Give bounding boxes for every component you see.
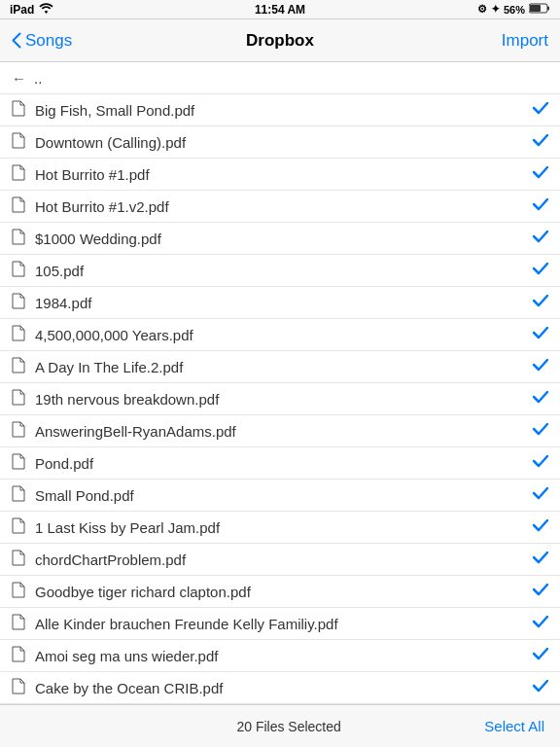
list-item[interactable]: 1 Last Kiss by Pearl Jam.pdf — [0, 512, 560, 544]
list-item[interactable]: Goodbye tiger richard clapton.pdf — [0, 576, 560, 608]
checkmark-icon — [533, 583, 548, 600]
file-items-container: Big Fish, Small Pond.pdfDowntown (Callin… — [0, 94, 560, 704]
checkmark-icon — [533, 551, 548, 568]
file-icon — [12, 421, 27, 441]
checkmark-icon — [533, 518, 548, 536]
checkmark-icon — [533, 679, 548, 696]
file-name: Downtown (Calling).pdf — [35, 134, 533, 151]
file-icon — [12, 229, 27, 248]
list-item[interactable]: 105.pdf — [0, 255, 560, 287]
list-item[interactable]: A Day In The Life.2.pdf — [0, 351, 560, 383]
list-item[interactable]: chordChartProblem.pdf — [0, 544, 560, 576]
back-button[interactable]: Songs — [12, 31, 72, 51]
file-icon — [12, 646, 27, 665]
checkmark-icon — [533, 262, 548, 279]
settings-icon: ⚙ — [477, 3, 487, 16]
checkmark-icon — [533, 390, 548, 408]
file-icon — [12, 132, 27, 152]
bottom-toolbar: 20 Files Selected Select All — [0, 704, 560, 747]
nav-bar: Songs Dropbox Import — [0, 19, 560, 62]
list-item[interactable]: Cake by the Ocean CRIB.pdf — [0, 672, 560, 704]
list-item[interactable]: AnsweringBell-RyanAdams.pdf — [0, 415, 560, 447]
file-icon — [12, 485, 27, 505]
list-item[interactable]: Hot Burrito #1.pdf — [0, 159, 560, 191]
file-icon — [12, 550, 27, 569]
svg-rect-2 — [530, 5, 541, 12]
parent-directory-item[interactable]: ← .. — [0, 62, 560, 94]
file-icon — [12, 164, 27, 184]
battery-icon — [529, 3, 550, 16]
file-name: Hot Burrito #1.v2.pdf — [35, 198, 533, 215]
checkmark-icon — [533, 454, 548, 472]
file-name: Goodbye tiger richard clapton.pdf — [35, 584, 533, 600]
checkmark-icon — [533, 486, 548, 504]
file-name: AnsweringBell-RyanAdams.pdf — [35, 423, 533, 440]
file-name: 19th nervous breakdown.pdf — [35, 391, 533, 408]
bluetooth-icon: ✦ — [491, 3, 500, 16]
file-icon — [12, 678, 27, 697]
checkmark-icon — [533, 647, 548, 664]
list-item[interactable]: 1984.pdf — [0, 287, 560, 319]
battery-percent: 56% — [504, 4, 525, 16]
file-name: Cake by the Ocean CRIB.pdf — [35, 680, 533, 696]
file-name: Hot Burrito #1.pdf — [35, 166, 533, 183]
list-item[interactable]: Alle Kinder brauchen Freunde Kelly Famil… — [0, 608, 560, 640]
list-item[interactable]: Small Pond.pdf — [0, 480, 560, 512]
file-name: Pond.pdf — [35, 455, 533, 472]
checkmark-icon — [533, 197, 548, 215]
checkmark-icon — [533, 133, 548, 151]
file-icon — [12, 389, 27, 409]
file-name: 105.pdf — [35, 263, 533, 279]
file-icon — [12, 196, 27, 216]
file-name: A Day In The Life.2.pdf — [35, 359, 533, 375]
file-name: chordChartProblem.pdf — [35, 551, 533, 568]
status-bar-time: 11:54 AM — [255, 3, 305, 17]
file-icon — [12, 582, 27, 601]
list-item[interactable]: Hot Burrito #1.v2.pdf — [0, 191, 560, 223]
file-name: 1 Last Kiss by Pearl Jam.pdf — [35, 519, 533, 536]
back-arrow-icon: ← — [12, 70, 26, 87]
status-bar-right: ⚙ ✦ 56% — [477, 3, 550, 16]
wifi-icon — [39, 2, 53, 17]
status-bar-left: iPad — [10, 2, 53, 17]
file-icon — [12, 100, 27, 120]
file-name: Amoi seg ma uns wieder.pdf — [35, 648, 533, 664]
file-icon — [12, 453, 27, 473]
checkmark-icon — [533, 422, 548, 440]
checkmark-icon — [533, 165, 548, 183]
checkmark-icon — [533, 101, 548, 119]
file-icon — [12, 357, 27, 376]
checkmark-icon — [533, 615, 548, 632]
file-icon — [12, 517, 27, 537]
file-name: 1984.pdf — [35, 295, 533, 311]
file-name: 4,500,000,000 Years.pdf — [35, 327, 533, 343]
list-item[interactable]: Downtown (Calling).pdf — [0, 126, 560, 159]
file-icon — [12, 261, 27, 280]
file-name: $1000 Wedding.pdf — [35, 231, 533, 247]
list-item[interactable]: Pond.pdf — [0, 447, 560, 480]
file-icon — [12, 293, 27, 312]
import-button[interactable]: Import — [502, 31, 548, 51]
file-icon — [12, 325, 27, 344]
file-name: Alle Kinder brauchen Freunde Kelly Famil… — [35, 616, 533, 632]
file-name: Big Fish, Small Pond.pdf — [35, 102, 533, 119]
select-all-button[interactable]: Select All — [484, 718, 544, 734]
list-item[interactable]: Amoi seg ma uns wieder.pdf — [0, 640, 560, 672]
nav-title: Dropbox — [246, 31, 314, 51]
file-icon — [12, 614, 27, 633]
checkmark-icon — [533, 326, 548, 343]
status-bar: iPad 11:54 AM ⚙ ✦ 56% — [0, 0, 560, 19]
parent-dots-label: .. — [34, 70, 42, 87]
files-selected-count: 20 Files Selected — [93, 719, 484, 734]
list-item[interactable]: 19th nervous breakdown.pdf — [0, 383, 560, 415]
back-label: Songs — [25, 31, 72, 51]
list-item[interactable]: Big Fish, Small Pond.pdf — [0, 94, 560, 126]
list-item[interactable]: $1000 Wedding.pdf — [0, 223, 560, 255]
svg-rect-1 — [547, 7, 549, 11]
checkmark-icon — [533, 294, 548, 311]
carrier-label: iPad — [10, 3, 34, 17]
list-item[interactable]: 4,500,000,000 Years.pdf — [0, 319, 560, 351]
checkmark-icon — [533, 358, 548, 375]
file-list: ← .. Big Fish, Small Pond.pdfDowntown (C… — [0, 62, 560, 704]
file-name: Small Pond.pdf — [35, 487, 533, 504]
